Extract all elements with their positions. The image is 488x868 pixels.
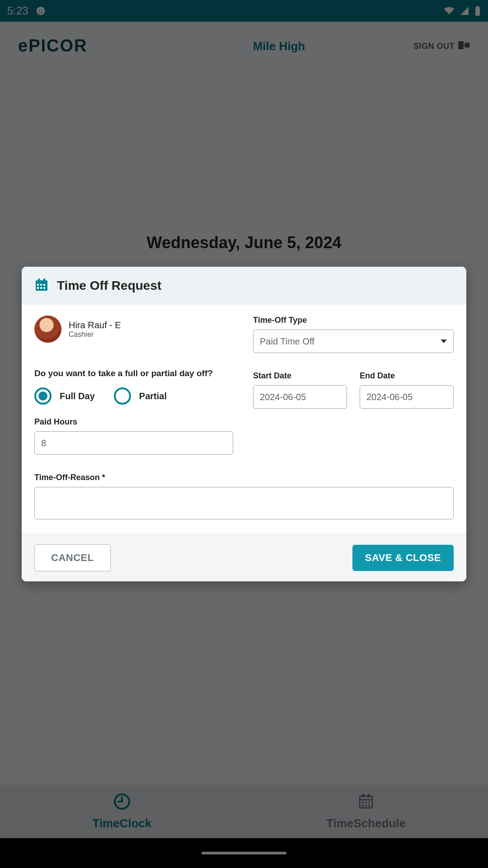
modal-title: Time Off Request: [57, 278, 161, 293]
start-date-input[interactable]: 2024-06-05: [253, 385, 347, 409]
modal-header: Time Off Request: [22, 267, 466, 305]
svg-rect-24: [43, 284, 45, 286]
svg-rect-25: [37, 287, 39, 289]
cancel-button[interactable]: CANCEL: [34, 544, 111, 571]
time-off-request-modal: Time Off Request Hira Rauf - E Cashier T…: [22, 267, 466, 581]
save-close-button-label: SAVE & CLOSE: [365, 552, 441, 563]
calendar-icon: [34, 278, 49, 294]
modal-footer: CANCEL SAVE & CLOSE: [22, 534, 466, 581]
avatar: [34, 316, 61, 343]
end-date-input[interactable]: 2024-06-05: [360, 385, 454, 409]
radio-partial-label: Partial: [139, 391, 167, 401]
start-date-value: 2024-06-05: [260, 392, 306, 402]
modal-body: Hira Rauf - E Cashier Time-Off Type Paid…: [22, 305, 466, 534]
timeoff-type-select[interactable]: Paid Time Off: [253, 330, 454, 353]
svg-rect-20: [38, 278, 40, 282]
cancel-button-label: CANCEL: [51, 552, 94, 563]
day-type-radio-group: Full Day Partial: [34, 387, 235, 405]
svg-rect-22: [37, 284, 39, 286]
svg-rect-21: [43, 278, 45, 282]
svg-rect-23: [40, 284, 42, 286]
radio-partial[interactable]: [114, 387, 131, 405]
reason-label: Time-Off-Reason *: [34, 473, 454, 482]
user-name: Hira Rauf - E: [69, 320, 121, 330]
radio-full-day-label: Full Day: [60, 391, 95, 401]
user-role: Cashier: [69, 330, 121, 339]
paid-hours-label: Paid Hours: [34, 417, 235, 427]
user-block: Hira Rauf - E Cashier: [34, 316, 235, 343]
reason-textarea[interactable]: [34, 487, 454, 519]
timeoff-type-value: Paid Time Off: [260, 336, 314, 347]
svg-rect-26: [40, 287, 42, 289]
end-date-value: 2024-06-05: [366, 392, 413, 402]
timeoff-type-label: Time-Off Type: [253, 316, 454, 325]
chevron-down-icon: [441, 340, 447, 343]
save-close-button[interactable]: SAVE & CLOSE: [352, 545, 454, 571]
svg-rect-27: [43, 287, 45, 289]
start-date-label: Start Date: [253, 371, 347, 381]
end-date-label: End Date: [360, 371, 454, 381]
radio-full-day[interactable]: [34, 387, 52, 405]
paid-hours-value: 8: [41, 438, 46, 448]
full-or-partial-question: Do you want to take a full or partial da…: [34, 368, 235, 378]
paid-hours-input[interactable]: 8: [34, 431, 233, 455]
